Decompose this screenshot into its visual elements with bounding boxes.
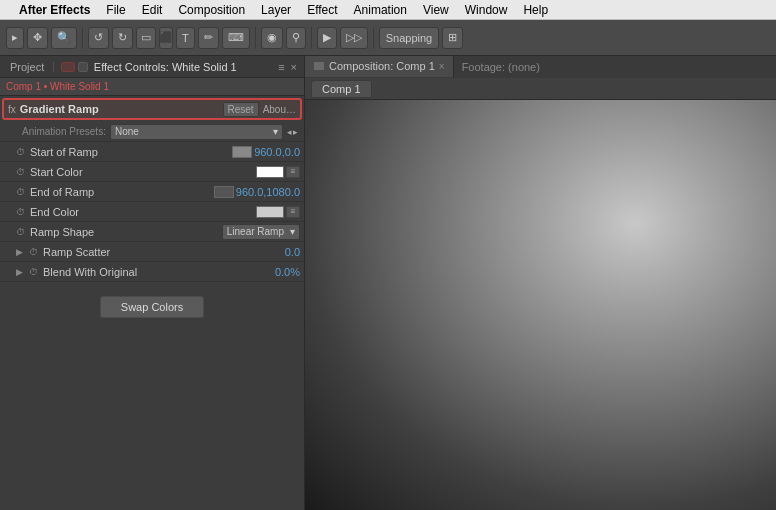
composition-tab[interactable]: Composition: Comp 1 × bbox=[305, 56, 454, 78]
effect-controls-tab[interactable]: Effect Controls: White Solid 1 bbox=[88, 59, 275, 75]
menu-view[interactable]: View bbox=[416, 1, 456, 19]
toolbar-sep-2 bbox=[255, 27, 256, 49]
tool-undo[interactable]: ↺ bbox=[88, 27, 109, 49]
end-color-label: End Color bbox=[30, 206, 252, 218]
app-name: After Effects bbox=[12, 1, 97, 19]
toolbar: ▸ ✥ 🔍 ↺ ↻ ▭ ⬛ T ✏ ⌨ ◉ ⚲ ▶ ▷▷ Snapping ⊞ bbox=[0, 20, 776, 56]
tool-redo[interactable]: ↻ bbox=[112, 27, 133, 49]
tool-move[interactable]: ✥ bbox=[27, 27, 48, 49]
stopwatch-ramp-scatter[interactable]: ⏱ bbox=[29, 247, 39, 257]
blend-original-label: Blend With Original bbox=[43, 266, 271, 278]
panel-tabs-row: Project | Effect Controls: White Solid 1… bbox=[0, 56, 304, 78]
panel-icon-lock[interactable] bbox=[78, 62, 88, 72]
menu-effect[interactable]: Effect bbox=[300, 1, 344, 19]
start-of-ramp-label: Start of Ramp bbox=[30, 146, 228, 158]
panel-menu-btn[interactable]: ≡ bbox=[275, 61, 287, 73]
tool-text[interactable]: T bbox=[176, 27, 195, 49]
panel-icon-group bbox=[61, 62, 88, 72]
right-panel: Composition: Comp 1 × Footage: (none) Co… bbox=[305, 56, 776, 510]
snapping-label: Snapping bbox=[386, 32, 433, 44]
ramp-shape-label: Ramp Shape bbox=[30, 226, 218, 238]
footage-tab-label: Footage: (none) bbox=[462, 61, 540, 73]
ramp-shape-value: Linear Ramp bbox=[227, 226, 284, 237]
tool-camera[interactable]: ⬛ bbox=[159, 27, 173, 49]
end-color-menu[interactable]: ≡ bbox=[286, 206, 300, 218]
tool-play[interactable]: ▶ bbox=[317, 27, 337, 49]
prop-start-color: ⏱ Start Color ≡ bbox=[0, 162, 304, 182]
about-button[interactable]: Abou… bbox=[263, 104, 296, 115]
dropdown-arrow-shape: ▾ bbox=[290, 226, 295, 237]
ramp-scatter-value[interactable]: 0.0 bbox=[285, 246, 300, 258]
reset-button[interactable]: Reset bbox=[223, 102, 259, 117]
composition-tab-close[interactable]: × bbox=[439, 61, 445, 72]
stopwatch-end-ramp[interactable]: ⏱ bbox=[16, 187, 26, 197]
nav-next[interactable]: ▸ bbox=[293, 127, 298, 137]
menu-file[interactable]: File bbox=[99, 1, 132, 19]
footage-tab[interactable]: Footage: (none) bbox=[454, 56, 776, 78]
tool-zoom[interactable]: 🔍 bbox=[51, 27, 77, 49]
prop-ramp-shape: ⏱ Ramp Shape Linear Ramp ▾ bbox=[0, 222, 304, 242]
composition-tab-label: Composition: Comp 1 bbox=[329, 60, 435, 72]
ramp-scatter-label: Ramp Scatter bbox=[43, 246, 281, 258]
project-tab[interactable]: Project bbox=[4, 59, 50, 75]
tool-pen[interactable]: ✏ bbox=[198, 27, 219, 49]
tool-stamp[interactable]: ⌨ bbox=[222, 27, 250, 49]
nav-prev[interactable]: ◂ bbox=[287, 127, 292, 137]
effect-fx-icon: fx bbox=[8, 104, 16, 115]
toolbar-sep-1 bbox=[82, 27, 83, 49]
expand-blend-original[interactable]: ▶ bbox=[16, 267, 23, 277]
stopwatch-start-ramp[interactable]: ⏱ bbox=[16, 147, 26, 157]
start-of-ramp-value[interactable]: 960.0,0.0 bbox=[254, 146, 300, 158]
panel-close-btn[interactable]: × bbox=[288, 61, 300, 73]
start-color-swatch[interactable] bbox=[256, 166, 284, 178]
dropdown-arrow: ▾ bbox=[273, 126, 278, 137]
animation-presets-row: Animation Presets: None ▾ ◂ ▸ bbox=[0, 122, 304, 142]
menu-help[interactable]: Help bbox=[516, 1, 555, 19]
end-color-swatch[interactable] bbox=[256, 206, 284, 218]
snapping-toggle[interactable]: Snapping bbox=[379, 27, 440, 49]
breadcrumb-text: Comp 1 • White Solid 1 bbox=[6, 81, 109, 92]
menu-layer[interactable]: Layer bbox=[254, 1, 298, 19]
end-of-ramp-value[interactable]: 960.0,1080.0 bbox=[236, 186, 300, 198]
menu-window[interactable]: Window bbox=[458, 1, 515, 19]
breadcrumb: Comp 1 • White Solid 1 bbox=[0, 78, 304, 96]
comp-tab-icon bbox=[313, 61, 325, 71]
start-color-menu[interactable]: ≡ bbox=[286, 166, 300, 178]
stopwatch-start-color[interactable]: ⏱ bbox=[16, 167, 26, 177]
menu-bar: After Effects File Edit Composition Laye… bbox=[0, 0, 776, 20]
comp-name-bar: Comp 1 bbox=[305, 78, 776, 100]
effect-content: fx Gradient Ramp Reset Abou… Animation P… bbox=[0, 96, 304, 510]
tool-select[interactable]: ▸ bbox=[6, 27, 24, 49]
comp-name-tab[interactable]: Comp 1 bbox=[311, 80, 372, 98]
end-ramp-position-indicator[interactable] bbox=[214, 186, 234, 198]
tool-pin[interactable]: ⚲ bbox=[286, 27, 306, 49]
stopwatch-ramp-shape[interactable]: ⏱ bbox=[16, 227, 26, 237]
swap-colors-button[interactable]: Swap Colors bbox=[100, 296, 204, 318]
gradient-ramp-header[interactable]: fx Gradient Ramp Reset Abou… bbox=[2, 98, 302, 120]
comp-name-label: Comp 1 bbox=[322, 83, 361, 95]
expand-ramp-scatter[interactable]: ▶ bbox=[16, 247, 23, 257]
presets-label: Animation Presets: bbox=[22, 126, 106, 137]
start-ramp-position-indicator[interactable] bbox=[232, 146, 252, 158]
ramp-shape-dropdown[interactable]: Linear Ramp ▾ bbox=[222, 224, 300, 240]
prop-start-of-ramp: ⏱ Start of Ramp 960.0,0.0 bbox=[0, 142, 304, 162]
toolbar-sep-4 bbox=[373, 27, 374, 49]
tool-puppet[interactable]: ◉ bbox=[261, 27, 283, 49]
nav-arrows: ◂ ▸ bbox=[287, 127, 298, 137]
menu-animation[interactable]: Animation bbox=[347, 1, 414, 19]
left-panel: Project | Effect Controls: White Solid 1… bbox=[0, 56, 305, 510]
blend-original-value[interactable]: 0.0% bbox=[275, 266, 300, 278]
menu-edit[interactable]: Edit bbox=[135, 1, 170, 19]
preset-value: None bbox=[115, 126, 139, 137]
tool-grid[interactable]: ⊞ bbox=[442, 27, 463, 49]
tool-preview[interactable]: ▷▷ bbox=[340, 27, 368, 49]
prop-end-of-ramp: ⏱ End of Ramp 960.0,1080.0 bbox=[0, 182, 304, 202]
stopwatch-blend-original[interactable]: ⏱ bbox=[29, 267, 39, 277]
composition-viewer bbox=[305, 100, 776, 510]
start-color-label: Start Color bbox=[30, 166, 252, 178]
stopwatch-end-color[interactable]: ⏱ bbox=[16, 207, 26, 217]
tool-rect[interactable]: ▭ bbox=[136, 27, 156, 49]
presets-dropdown[interactable]: None ▾ bbox=[110, 124, 283, 140]
panel-icon-red[interactable] bbox=[61, 62, 75, 72]
menu-composition[interactable]: Composition bbox=[171, 1, 252, 19]
